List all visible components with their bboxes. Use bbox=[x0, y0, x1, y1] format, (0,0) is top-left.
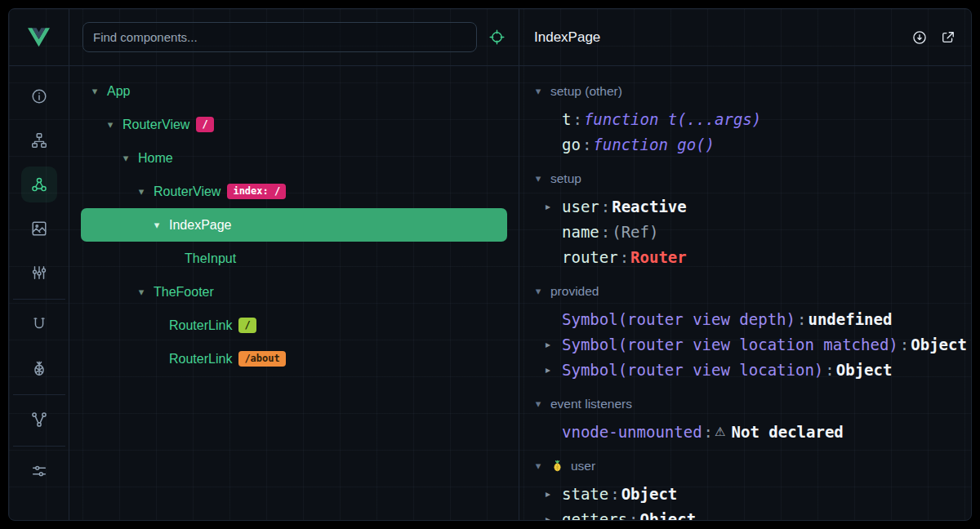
inspector-panel: IndexPage ▾setup (other)t : function t(.… bbox=[519, 9, 971, 520]
route-badge: index: / bbox=[227, 184, 286, 199]
state-row-getters[interactable]: ▸getters : Object bbox=[532, 506, 971, 520]
state-key: user bbox=[562, 198, 599, 216]
caret-down-icon: ▾ bbox=[532, 460, 544, 472]
sidebar bbox=[9, 9, 69, 520]
state-row-symbol-router-view-location[interactable]: ▸Symbol(router view location) : Object bbox=[532, 357, 971, 382]
tree-row-routerlink[interactable]: RouterLink/ bbox=[81, 309, 507, 342]
tree-row-routerview[interactable]: ▾RouterViewindex: / bbox=[81, 175, 507, 208]
info-icon[interactable] bbox=[21, 78, 57, 114]
state-section-user: ▾user▸state : Object▸getters : Object bbox=[532, 451, 971, 520]
search-box bbox=[82, 22, 477, 52]
key-value-separator: : bbox=[610, 485, 619, 503]
section-label: setup bbox=[550, 171, 581, 186]
state-value: function go() bbox=[593, 136, 715, 153]
components-toolbar bbox=[69, 9, 519, 66]
state-key: Symbol(router view depth) bbox=[562, 310, 795, 328]
component-name: RouterLink bbox=[169, 352, 232, 367]
state-key: vnode-unmounted bbox=[562, 423, 702, 441]
state-key: name bbox=[562, 223, 599, 241]
tree-row-thefooter[interactable]: ▾TheFooter bbox=[81, 275, 507, 309]
caret-down-icon[interactable]: ▾ bbox=[136, 185, 147, 198]
settings-icon[interactable] bbox=[21, 453, 57, 489]
component-tree-icon[interactable] bbox=[21, 122, 57, 158]
key-value-separator: : bbox=[582, 136, 591, 153]
section-header-setup-other[interactable]: ▾setup (other) bbox=[532, 76, 971, 106]
hooks-icon[interactable] bbox=[21, 306, 57, 342]
state-key: Symbol(router view location matched) bbox=[562, 336, 898, 353]
section-header-setup[interactable]: ▾setup bbox=[532, 163, 971, 193]
caret-down-icon: ▾ bbox=[532, 398, 544, 410]
tree-row-indexpage[interactable]: ▾IndexPage bbox=[81, 208, 507, 242]
key-value-separator: : bbox=[629, 510, 638, 521]
graph-icon[interactable] bbox=[21, 402, 57, 438]
caret-down-icon[interactable]: ▾ bbox=[120, 152, 131, 164]
pinia-store-icon bbox=[550, 459, 564, 473]
section-label: provided bbox=[550, 284, 599, 299]
state-value: Router bbox=[630, 248, 687, 266]
state-row-router[interactable]: router : Router bbox=[532, 244, 971, 269]
state-row-t[interactable]: t : function t(...args) bbox=[532, 106, 971, 131]
pinia-icon[interactable] bbox=[21, 350, 57, 386]
state-sections: ▾setup (other)t : function t(...args)go … bbox=[519, 66, 971, 520]
caret-right-icon[interactable]: ▸ bbox=[546, 201, 562, 212]
state-row-vnode-unmounted[interactable]: vnode-unmounted : ⚠Not declared bbox=[532, 419, 971, 444]
caret-right-icon[interactable]: ▸ bbox=[546, 339, 562, 350]
inspector-title: IndexPage bbox=[534, 29, 911, 46]
caret-right-icon[interactable]: ▸ bbox=[546, 513, 562, 521]
section-header-provided[interactable]: ▾provided bbox=[532, 276, 971, 306]
state-value: (Ref) bbox=[612, 223, 658, 241]
key-value-separator: : bbox=[572, 110, 581, 128]
state-key: getters bbox=[562, 510, 627, 521]
caret-down-icon[interactable]: ▾ bbox=[151, 219, 163, 231]
state-value: Object bbox=[836, 361, 893, 379]
scroll-to-component-icon[interactable] bbox=[911, 29, 928, 46]
vue-logo[interactable] bbox=[9, 9, 69, 66]
key-value-separator: : bbox=[601, 198, 610, 216]
state-section-provided: ▾providedSymbol(router view depth) : und… bbox=[532, 276, 971, 382]
component-name: RouterView bbox=[122, 118, 189, 132]
timeline-icon[interactable] bbox=[21, 255, 57, 291]
state-key: go bbox=[562, 136, 581, 153]
key-value-separator: : bbox=[704, 423, 713, 441]
components-panel: ▾App▾RouterView/▾Home▾RouterViewindex: /… bbox=[69, 9, 519, 520]
state-row-state[interactable]: ▸state : Object bbox=[532, 481, 971, 506]
open-in-editor-icon[interactable] bbox=[940, 29, 956, 46]
tree-row-routerlink[interactable]: RouterLink/about bbox=[81, 342, 507, 376]
tree-row-home[interactable]: ▾Home bbox=[81, 141, 507, 175]
caret-down-icon[interactable]: ▾ bbox=[136, 286, 147, 298]
caret-down-icon[interactable]: ▾ bbox=[105, 118, 116, 131]
caret-down-icon[interactable]: ▾ bbox=[89, 85, 100, 97]
inspector-actions bbox=[911, 29, 956, 46]
state-key: state bbox=[562, 485, 608, 503]
state-section-event-listeners: ▾event listenersvnode-unmounted : ⚠Not d… bbox=[532, 389, 971, 444]
vue-devtools-window: ▾App▾RouterView/▾Home▾RouterViewindex: /… bbox=[8, 8, 972, 521]
state-row-name[interactable]: name : (Ref) bbox=[532, 219, 971, 244]
tree-row-theinput[interactable]: TheInput bbox=[81, 242, 507, 275]
state-value: Object bbox=[911, 336, 967, 353]
section-header-user[interactable]: ▾user bbox=[532, 451, 971, 481]
components-inspector-icon[interactable] bbox=[21, 167, 57, 202]
component-name: Home bbox=[138, 151, 173, 166]
component-name: App bbox=[107, 84, 130, 99]
key-value-separator: : bbox=[900, 336, 909, 353]
caret-down-icon: ▾ bbox=[532, 85, 544, 97]
caret-right-icon[interactable]: ▸ bbox=[546, 488, 562, 500]
tree-row-app[interactable]: ▾App bbox=[81, 74, 507, 108]
route-badge: /about bbox=[238, 351, 285, 367]
state-row-go[interactable]: go : function go() bbox=[532, 131, 971, 157]
state-row-symbol-router-view-depth[interactable]: Symbol(router view depth) : undefined bbox=[532, 306, 971, 331]
section-header-event-listeners[interactable]: ▾event listeners bbox=[532, 389, 971, 419]
search-input[interactable] bbox=[93, 30, 466, 44]
sidebar-icons bbox=[9, 66, 69, 493]
caret-down-icon: ▾ bbox=[532, 285, 544, 297]
caret-right-icon[interactable]: ▸ bbox=[546, 364, 562, 376]
tree-row-routerview[interactable]: ▾RouterView/ bbox=[81, 108, 507, 141]
assets-icon[interactable] bbox=[21, 211, 57, 247]
component-tree: ▾App▾RouterView/▾Home▾RouterViewindex: /… bbox=[69, 66, 519, 520]
select-component-target-icon[interactable] bbox=[488, 29, 506, 46]
state-key: t bbox=[562, 110, 571, 128]
state-row-symbol-router-view-location-matched[interactable]: ▸Symbol(router view location matched) : … bbox=[532, 331, 971, 357]
state-row-user[interactable]: ▸user : Reactive bbox=[532, 193, 971, 219]
key-value-separator: : bbox=[601, 223, 610, 241]
state-section-setup: ▾setup▸user : Reactivename : (Ref)router… bbox=[532, 163, 971, 269]
